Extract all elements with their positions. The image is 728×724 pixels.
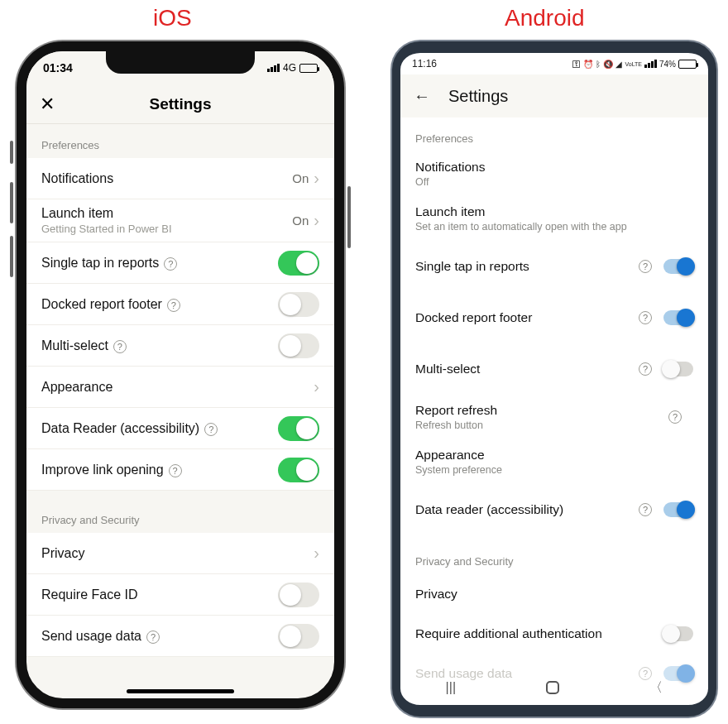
label-auth: Require additional authentication [415,626,663,641]
toggle-single-tap[interactable] [278,251,319,276]
label-notifications: Notifications [41,171,292,186]
page-title: Settings [26,95,334,113]
row-notifications[interactable]: Notifications Off [400,151,708,196]
row-face-id: Require Face ID [26,574,334,616]
row-usage-data: Send usage data? [26,616,334,657]
label-data-reader: Data reader (accessibility) [415,502,639,517]
value-launch-item: On [292,213,309,228]
label-privacy: Privacy [41,546,314,561]
page-title: Settings [448,87,508,106]
sub-launch-item: Getting Started in Power BI [41,223,292,235]
section-header-preferences: Preferences [400,117,708,151]
section-header-privacy: Privacy and Security [26,491,334,533]
iphone-notch [106,50,255,74]
label-launch-item: Launch item [41,206,292,221]
label-data-reader: Data Reader (accessibility) [41,421,199,435]
ios-title-bar: ✕ Settings [26,84,334,124]
platform-label-android: Android [505,5,585,31]
android-status-bar: 11:16 ⚿ ⏰ ᛒ 🔇 ◢ VoLTE 74% [400,53,708,74]
row-docked-footer: Docked report footer ? [400,292,708,343]
row-notifications[interactable]: Notifications On › [26,158,334,199]
help-icon[interactable]: ? [146,631,160,644]
toggle-docked-footer[interactable] [278,292,319,317]
back-icon[interactable]: ← [414,87,430,106]
iphone-vol-up [10,182,13,223]
help-icon[interactable]: ? [639,362,652,376]
row-docked-footer: Docked report footer? [26,284,334,325]
row-single-tap: Single tap in reports? [26,242,334,284]
battery-pct: 74% [659,60,676,69]
help-icon[interactable]: ? [204,423,218,436]
close-icon[interactable]: ✕ [40,93,55,115]
label-appearance: Appearance [415,448,693,463]
nav-recents-icon[interactable]: ||| [446,680,456,695]
label-single-tap: Single tap in reports [41,256,159,270]
chevron-right-icon: › [314,377,319,396]
help-icon[interactable]: ? [668,410,682,424]
alarm-icon: ⏰ [583,60,593,69]
help-icon[interactable]: ? [639,311,652,324]
platform-label-ios: iOS [153,5,192,31]
ios-status-time: 01:34 [43,61,73,74]
help-icon[interactable]: ? [169,464,182,477]
label-notifications: Notifications [415,160,693,175]
row-appearance[interactable]: Appearance › [26,367,334,408]
android-title-bar: ← Settings [400,74,708,117]
label-multi-select: Multi-select [415,362,639,376]
chevron-right-icon: › [314,211,319,230]
help-icon[interactable]: ? [639,503,652,516]
section-header-privacy: Privacy and Security [400,535,708,574]
row-appearance[interactable]: Appearance System preference [400,439,708,484]
row-launch-item[interactable]: Launch item Getting Started in Power BI … [26,199,334,242]
row-privacy[interactable]: Privacy [400,574,708,614]
android-frame: 11:16 ⚿ ⏰ ᛒ 🔇 ◢ VoLTE 74% ← Settings Pre… [392,41,716,717]
toggle-data-reader[interactable] [278,416,319,441]
row-multi-select: Multi-select ? [400,343,708,395]
battery-icon [299,64,318,73]
sub-report-refresh: Refresh button [415,420,668,431]
label-docked-footer: Docked report footer [41,297,162,311]
toggle-multi-select[interactable] [663,362,693,376]
help-icon[interactable]: ? [164,257,177,271]
row-data-reader: Data Reader (accessibility)? [26,408,334,449]
section-header-preferences: Preferences [26,124,334,158]
toggle-single-tap[interactable] [663,259,693,274]
label-face-id: Require Face ID [41,587,138,602]
value-notifications: On [292,171,309,185]
toggle-face-id[interactable] [278,583,319,607]
help-icon[interactable]: ? [167,299,180,312]
row-link-opening: Improve link opening? [26,449,334,491]
row-launch-item[interactable]: Launch item Set an item to automatically… [400,196,708,241]
toggle-docked-footer[interactable] [663,310,693,325]
battery-icon [678,60,697,69]
label-privacy: Privacy [415,587,693,602]
nav-home-icon[interactable] [546,681,559,694]
label-multi-select: Multi-select [41,338,108,352]
row-report-refresh[interactable]: Report refresh Refresh button ? [400,395,708,439]
help-icon[interactable]: ? [113,340,127,353]
chevron-right-icon: › [314,169,319,188]
signal-icon [644,60,657,68]
row-privacy[interactable]: Privacy › [26,533,334,574]
mute-icon: 🔇 [603,60,613,69]
android-nav-bar: ||| 〈 [400,670,708,705]
toggle-link-opening[interactable] [278,458,319,482]
toggle-data-reader[interactable] [663,502,693,517]
signal-icon [267,64,280,72]
vpn-icon: ⚿ [572,60,581,69]
toggle-usage-data[interactable] [278,624,319,649]
nav-back-icon[interactable]: 〈 [649,679,663,697]
home-indicator[interactable] [127,689,234,693]
sub-appearance: System preference [415,464,693,476]
row-single-tap: Single tap in reports ? [400,241,708,292]
toggle-auth[interactable] [663,626,693,641]
iphone-vol-down [10,236,13,277]
row-data-reader: Data reader (accessibility) ? [400,484,708,535]
toggle-multi-select[interactable] [278,333,319,358]
label-launch-item: Launch item [415,204,693,219]
iphone-mute-switch [10,141,13,164]
chevron-right-icon: › [314,544,319,563]
label-report-refresh: Report refresh [415,403,668,418]
help-icon[interactable]: ? [639,260,652,273]
sub-launch-item: Set an item to automatically open with t… [415,221,693,233]
